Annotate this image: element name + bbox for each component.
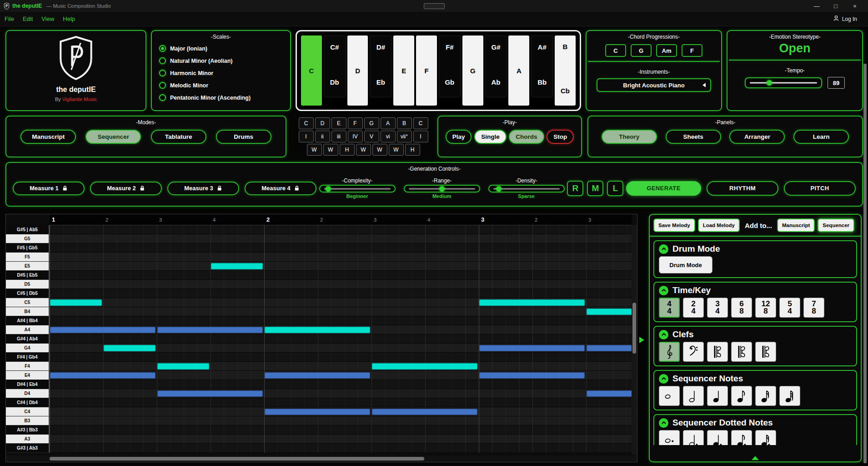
degree-cell-h[interactable]: H bbox=[340, 144, 355, 156]
horizontal-scrollbar-thumb[interactable] bbox=[50, 457, 424, 461]
pr-key-c-5-db5[interactable]: C#5 | Db5 bbox=[6, 289, 50, 298]
action-generate[interactable]: GENERATE bbox=[626, 181, 701, 196]
chord-chip-f[interactable]: F bbox=[682, 44, 702, 57]
timesig-7-8[interactable]: 78 bbox=[803, 298, 824, 318]
button-load-melody[interactable]: Load Melody bbox=[698, 218, 740, 232]
collapse-icon[interactable] bbox=[659, 418, 668, 428]
piano-key-a-bb[interactable]: A#Bb bbox=[531, 35, 553, 97]
expand-panel-arrow[interactable] bbox=[639, 337, 644, 343]
note-dotted-sixteenth-button[interactable] bbox=[755, 430, 776, 445]
slider-density[interactable] bbox=[488, 185, 565, 192]
note-whole-button[interactable] bbox=[659, 386, 680, 406]
note-blue-e4[interactable] bbox=[265, 372, 370, 379]
note-cyan-f4[interactable] bbox=[157, 363, 209, 370]
note-dotted-quarter-button[interactable] bbox=[707, 430, 728, 445]
degree-cell-b[interactable]: B bbox=[397, 117, 412, 129]
pr-key-e5[interactable]: E5 bbox=[6, 262, 50, 271]
chord-chip-c[interactable]: C bbox=[605, 44, 626, 57]
note-cyan-c5[interactable] bbox=[50, 299, 102, 306]
piano-key-c[interactable]: C bbox=[301, 35, 322, 106]
degree-cell-c[interactable]: C bbox=[299, 117, 314, 129]
drum-mode-button[interactable]: Drum Mode bbox=[659, 256, 712, 274]
note-blue-c4[interactable] bbox=[372, 409, 477, 415]
minimize-button[interactable]: — bbox=[807, 0, 826, 12]
panel-theory[interactable]: Theory bbox=[602, 130, 657, 144]
note-dotted-eighth-button[interactable] bbox=[731, 430, 752, 445]
pr-key-c4[interactable]: C4 bbox=[6, 407, 50, 416]
note-blue-a4[interactable] bbox=[157, 327, 263, 333]
slider-thumb[interactable] bbox=[496, 186, 502, 192]
window-scrollbar[interactable] bbox=[863, 64, 867, 463]
studio-name[interactable]: Vigilantie Music bbox=[62, 96, 97, 102]
panel-arranger[interactable]: Arranger bbox=[729, 130, 785, 144]
degree-cell-h[interactable]: H bbox=[405, 144, 420, 156]
note-blue-d4[interactable] bbox=[587, 390, 632, 397]
pr-key-f5[interactable]: F5 bbox=[6, 253, 50, 262]
pr-key-b4[interactable]: B4 bbox=[6, 307, 50, 316]
clef-alto-button[interactable] bbox=[707, 342, 728, 362]
pr-key-g-4-ab4[interactable]: G#4 | Ab4 bbox=[6, 334, 50, 344]
timesig-12-8[interactable]: 128 bbox=[755, 298, 776, 318]
measure-button-measure-3[interactable]: Measure 3 bbox=[167, 182, 239, 195]
timesig-6-8[interactable]: 68 bbox=[731, 298, 752, 318]
scale-option-pentatonic-minor-ascending[interactable]: Pentatonic Minor (Ascending) bbox=[152, 91, 290, 104]
degree-cell-iii[interactable]: iii bbox=[331, 131, 346, 142]
pr-key-a3[interactable]: A3 bbox=[6, 435, 50, 444]
measure-button-measure-2[interactable]: Measure 2 bbox=[90, 182, 162, 195]
piano-key-f-gb[interactable]: F#Gb bbox=[439, 35, 461, 97]
degree-cell-i[interactable]: I bbox=[299, 131, 314, 142]
chord-chip-g[interactable]: G bbox=[631, 44, 652, 57]
piano-key-d[interactable]: D bbox=[347, 35, 368, 106]
degree-cell-vi[interactable]: vi bbox=[381, 131, 396, 142]
degree-cell-i[interactable]: I bbox=[413, 131, 428, 142]
slider-thumb[interactable] bbox=[439, 186, 445, 192]
play-stop[interactable]: Stop bbox=[547, 130, 574, 144]
degree-cell-d[interactable]: D bbox=[315, 117, 330, 129]
piano-key-f[interactable]: F bbox=[416, 35, 437, 106]
pr-key-a-3-bb3[interactable]: A#3 | Bb3 bbox=[6, 425, 50, 435]
piano-key-b-cb[interactable]: BCb bbox=[555, 35, 576, 106]
collapse-icon[interactable] bbox=[659, 330, 668, 339]
degree-cell-ii[interactable]: ii bbox=[315, 131, 330, 142]
note-eighth-button[interactable] bbox=[731, 386, 752, 406]
note-blue-g4[interactable] bbox=[479, 345, 585, 351]
note-blue-a4[interactable] bbox=[50, 327, 156, 333]
mode-drums[interactable]: Drums bbox=[216, 130, 271, 144]
menu-item-view[interactable]: View bbox=[41, 15, 54, 22]
piano-key-e[interactable]: E bbox=[393, 35, 414, 106]
degree-cell-w[interactable]: W bbox=[372, 144, 387, 156]
pr-key-b3[interactable]: B3 bbox=[6, 416, 50, 425]
collapse-icon[interactable] bbox=[659, 244, 668, 254]
pr-key-g4[interactable]: G4 bbox=[6, 344, 50, 353]
timesig-2-4[interactable]: 24 bbox=[683, 298, 704, 318]
collapse-icon[interactable] bbox=[659, 374, 668, 384]
note-quarter-button[interactable] bbox=[707, 386, 728, 406]
mode-sequencer[interactable]: Sequencer bbox=[85, 130, 141, 144]
note-half-button[interactable] bbox=[683, 386, 704, 406]
degree-cell-w[interactable]: W bbox=[356, 144, 371, 156]
timesig-3-4[interactable]: 34 bbox=[707, 298, 728, 318]
pr-key-d-4-eb4[interactable]: D#4 | Eb4 bbox=[6, 380, 50, 389]
scroll-up-arrow[interactable] bbox=[752, 456, 759, 460]
piano-key-d-eb[interactable]: D#Eb bbox=[370, 35, 391, 97]
clef-alto-button[interactable] bbox=[731, 342, 752, 362]
button-save-melody[interactable]: Save Melody bbox=[653, 218, 695, 232]
panel-learn[interactable]: Learn bbox=[793, 130, 849, 144]
degree-cell-v[interactable]: V bbox=[364, 131, 379, 142]
piano-key-a[interactable]: A bbox=[508, 35, 529, 106]
note-blue-e4[interactable] bbox=[479, 372, 585, 379]
vertical-scrollbar[interactable] bbox=[632, 225, 637, 455]
timesig-4-4[interactable]: 44 bbox=[659, 298, 680, 318]
piano-key-c-db[interactable]: C#Db bbox=[324, 35, 346, 97]
clef-treble-button[interactable] bbox=[659, 342, 680, 362]
action-pitch[interactable]: PITCH bbox=[784, 181, 856, 196]
note-cyan-c5[interactable] bbox=[479, 299, 585, 306]
degree-cell-g[interactable]: G bbox=[364, 117, 379, 129]
degree-cell-e[interactable]: E bbox=[331, 117, 346, 129]
piano-key-g[interactable]: G bbox=[462, 35, 483, 106]
login-button[interactable]: Log In bbox=[833, 15, 857, 23]
panel-sheets[interactable]: Sheets bbox=[666, 130, 721, 144]
play-play[interactable]: Play bbox=[446, 130, 472, 144]
mode-tablature[interactable]: Tablature bbox=[151, 130, 206, 144]
degree-cell-iv[interactable]: IV bbox=[348, 131, 363, 142]
